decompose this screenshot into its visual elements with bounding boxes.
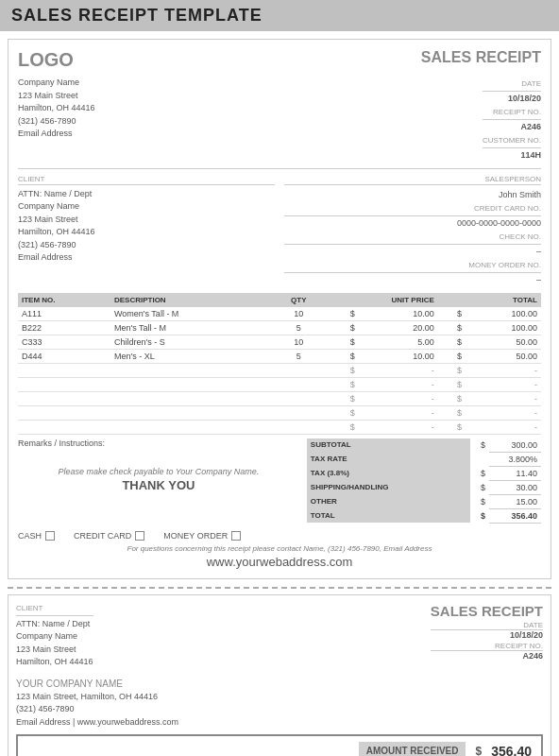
- cell-unit-price-empty: -: [359, 420, 438, 434]
- table-row: D444 Men's - XL 5 $ 10.00 $ 50.00: [18, 349, 541, 363]
- cell-desc-empty: [110, 377, 273, 391]
- total-value: 356.40: [489, 508, 541, 523]
- cell-total-dollar-empty: $: [438, 391, 466, 405]
- company-email: Email Address: [18, 128, 95, 141]
- client-phone: (321) 456-7890: [18, 239, 275, 252]
- website: www.yourwebaddress.com: [207, 555, 353, 569]
- table-row-empty: $ - $ -: [18, 377, 541, 391]
- credit-card-value: 0000-0000-0000-0000: [284, 216, 541, 230]
- website-line: www.yourwebaddress.com: [18, 555, 541, 569]
- credit-card-payment-label: CREDIT CARD: [74, 531, 131, 541]
- subtotal-dollar: $: [470, 438, 489, 453]
- totals-table: SUBTOTAL $ 300.00 TAX RATE 3.800% TAX (3…: [307, 438, 541, 524]
- cell-unit-price: 10.00: [359, 349, 438, 363]
- table-row: A111 Women's Tall - M 10 $ 10.00 $ 100.0…: [18, 307, 541, 321]
- cell-qty-empty: [273, 405, 325, 420]
- company-date-row: Company Name 123 Main Street Hamilton, O…: [18, 77, 541, 163]
- amount-received-box: AMOUNT RECEIVED $ 356.40: [16, 734, 543, 756]
- cell-total-dollar: $: [438, 335, 466, 349]
- page-title: SALES RECEIPT TEMPLATE: [11, 6, 263, 25]
- check-value: –: [284, 245, 541, 258]
- amount-dollar: $: [475, 745, 482, 756]
- cell-desc-empty: [110, 363, 273, 377]
- table-row: C333 Children's - S 10 $ 5.00 $ 50.00: [18, 335, 541, 349]
- cell-unit-dollar: $: [325, 320, 359, 335]
- subtotal-row: SUBTOTAL $ 300.00: [307, 438, 541, 453]
- receipt-no-value: A246: [483, 120, 541, 133]
- stub-client-city: Hamilton, OH 44416: [16, 656, 93, 669]
- other-row: OTHER $ 15.00: [307, 494, 541, 508]
- tax-row: TAX (3.8%) $ 11.40: [307, 466, 541, 480]
- cell-unit-price-empty: -: [359, 377, 438, 391]
- cell-unit-dollar-empty: $: [325, 377, 359, 391]
- client-company: Company Name: [18, 200, 275, 214]
- subtotal-label: SUBTOTAL: [307, 438, 470, 453]
- cash-label: CASH: [18, 531, 42, 541]
- cell-total-empty: -: [466, 391, 541, 405]
- cell-total-empty: -: [466, 420, 541, 434]
- cell-item: C333: [18, 335, 110, 349]
- table-row-empty: $ - $ -: [18, 405, 541, 420]
- cell-unit-dollar-empty: $: [325, 363, 359, 377]
- totals-section: SUBTOTAL $ 300.00 TAX RATE 3.800% TAX (3…: [307, 438, 541, 524]
- stub-company-phone: (321) 456-7890: [16, 703, 543, 716]
- salesperson-info: John Smith CREDIT CARD NO. 0000-0000-000…: [284, 188, 541, 287]
- stub-right: SALES RECEIPT DATE 10/18/20 RECEIPT NO. …: [431, 603, 543, 669]
- contact-line: For questions concerning this receipt pl…: [18, 544, 541, 553]
- cell-total-dollar-empty: $: [438, 405, 466, 420]
- cell-qty-empty: [273, 391, 325, 405]
- stub-client-label: CLIENT: [16, 603, 93, 616]
- money-order-label: MONEY ORDER NO.: [284, 260, 541, 273]
- subtotal-value: 300.00: [489, 438, 541, 453]
- cell-total-empty: -: [466, 377, 541, 391]
- credit-card-payment: CREDIT CARD: [74, 531, 144, 541]
- table-row-empty: $ - $ -: [18, 363, 541, 377]
- stub-receipt-no-label: RECEIPT NO.: [431, 642, 543, 651]
- credit-card-checkbox[interactable]: [135, 531, 144, 541]
- cell-unit-price-empty: -: [359, 405, 438, 420]
- table-row: B222 Men's Tall - M 5 $ 20.00 $ 100.00: [18, 320, 541, 335]
- client-section: CLIENT ATTN: Name / Dept Company Name 12…: [18, 175, 275, 287]
- stub-company-street: 123 Main Street, Hamilton, OH 44416: [16, 691, 543, 704]
- client-attn: ATTN: Name / Dept: [18, 188, 275, 201]
- cash-checkbox[interactable]: [45, 531, 55, 541]
- money-order-value: –: [284, 273, 541, 286]
- contact-text: For questions concerning this receipt pl…: [127, 544, 432, 553]
- bottom-section: Remarks / Instructions: Please make chec…: [18, 438, 541, 524]
- cash-payment: CASH: [18, 531, 55, 541]
- cell-unit-price: 20.00: [359, 320, 438, 335]
- money-order-payment: MONEY ORDER: [163, 531, 241, 541]
- divider-1: [18, 168, 541, 169]
- client-info: ATTN: Name / Dept Company Name 123 Main …: [18, 188, 275, 265]
- shipping-value: 30.00: [489, 480, 541, 494]
- cell-desc-empty: [110, 391, 273, 405]
- client-email: Email Address: [18, 251, 275, 265]
- sales-receipt-title: SALES RECEIPT: [421, 49, 541, 66]
- col-qty: QTY: [273, 293, 325, 307]
- money-order-checkbox[interactable]: [231, 531, 241, 541]
- stub-section: CLIENT ATTN: Name / Dept Company Name 12…: [8, 594, 551, 756]
- receipt-no-label: RECEIPT NO.: [483, 107, 541, 120]
- col-total: TOTAL: [438, 293, 541, 307]
- cell-desc-empty: [110, 405, 273, 420]
- col-description: DESCRIPTION: [110, 293, 273, 307]
- total-label: TOTAL: [307, 508, 470, 523]
- cell-desc: Women's Tall - M: [110, 307, 273, 321]
- cell-item-empty: [18, 391, 110, 405]
- cell-desc-empty: [110, 420, 273, 434]
- date-label: DATE: [483, 78, 541, 92]
- cell-unit-dollar-empty: $: [325, 391, 359, 405]
- cell-unit-price: 5.00: [359, 335, 438, 349]
- cell-unit-price: 10.00: [359, 307, 438, 321]
- customer-no-value: 114H: [483, 148, 541, 162]
- thank-you: THANK YOU: [18, 478, 299, 492]
- cell-qty-empty: [273, 377, 325, 391]
- stub-company-email: Email Address | www.yourwebaddress.com: [16, 716, 543, 730]
- payment-row: CASH CREDIT CARD MONEY ORDER: [18, 531, 541, 541]
- customer-no-label: CUSTOMER NO.: [483, 135, 541, 148]
- cell-desc: Men's Tall - M: [110, 320, 273, 335]
- remarks-label: Remarks / Instructions:: [18, 438, 299, 448]
- client-label: CLIENT: [18, 175, 275, 185]
- cell-item: D444: [18, 349, 110, 363]
- stub-date-label: DATE: [431, 621, 543, 630]
